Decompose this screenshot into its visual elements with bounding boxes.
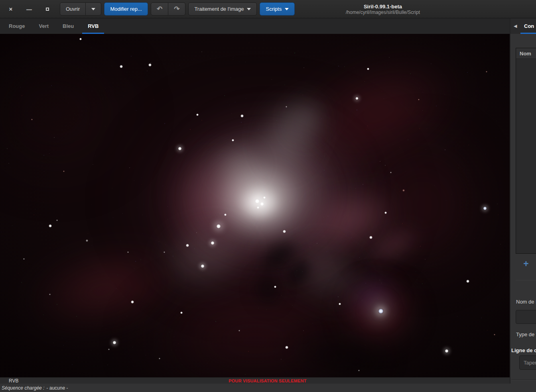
image-processing-menu-button[interactable]: Traitement de l'image — [188, 2, 257, 16]
panel-tabbar: ◀ Con — [510, 18, 536, 34]
file-list-header-nom[interactable]: Nom — [516, 48, 536, 59]
command-line-label: Ligne de c — [511, 347, 536, 353]
star — [339, 303, 341, 305]
sequence-loaded-value: - aucune - — [46, 385, 68, 391]
filetype-label: Type de fi — [516, 331, 536, 337]
star — [255, 199, 260, 204]
collapse-panel-icon[interactable]: ◀ — [514, 24, 519, 29]
chevron-down-icon — [285, 8, 289, 10]
sequence-name-label: Nom de la — [516, 299, 536, 305]
star — [238, 330, 240, 331]
star — [211, 241, 215, 245]
headerbar: × — Ouvrir Modifier rep... ↶ ↷ Traitemen… — [0, 0, 536, 18]
tab-rvb[interactable]: RVB — [82, 18, 104, 34]
star — [232, 139, 234, 141]
star — [283, 230, 286, 233]
command-line-input[interactable] — [519, 355, 536, 370]
scripts-label: Scripts — [266, 6, 282, 12]
star — [384, 212, 387, 214]
star — [286, 106, 287, 108]
working-directory-path: /home/cyril/Images/siril/Bulle/Script — [346, 10, 420, 15]
star — [494, 334, 495, 335]
panel-groove-line — [511, 380, 536, 380]
image-processing-label: Traitement de l'image — [194, 6, 244, 12]
tab-vert[interactable]: Vert — [33, 18, 54, 34]
star — [257, 206, 259, 209]
tab-bleu[interactable]: Bleu — [57, 18, 79, 34]
undo-redo-group: ↶ ↷ — [151, 2, 186, 16]
star — [164, 251, 165, 253]
star — [131, 300, 134, 304]
star — [390, 172, 392, 173]
star — [418, 99, 420, 100]
star — [263, 196, 266, 199]
panel-tab-convert[interactable]: Con — [524, 23, 534, 29]
vignette-overlay — [0, 34, 510, 377]
star — [486, 71, 487, 73]
star — [120, 65, 123, 68]
open-button[interactable]: Ouvrir — [60, 2, 86, 16]
change-directory-button[interactable]: Modifier rep... — [104, 2, 148, 16]
open-button-group: Ouvrir — [60, 2, 101, 16]
visualisation-warning: POUR VISUALISATION SEULEMENT — [0, 378, 510, 383]
star — [260, 202, 264, 206]
star — [355, 97, 359, 100]
star — [79, 38, 82, 40]
panel-tab-underline — [520, 33, 536, 34]
star — [31, 119, 33, 120]
status-bar: Séquence chargée : - aucune - — [0, 384, 536, 392]
sequence-name-input[interactable] — [516, 310, 536, 324]
star — [186, 244, 189, 247]
undo-button[interactable]: ↶ — [151, 2, 168, 16]
chevron-down-icon — [247, 8, 251, 10]
star — [49, 294, 51, 295]
star — [112, 341, 116, 345]
tab-rouge[interactable]: Rouge — [3, 18, 30, 34]
channel-tabbar: Rouge Vert Bleu RVB — [0, 18, 510, 34]
window-controls: × — — [4, 6, 51, 13]
star — [445, 349, 449, 353]
close-window-icon[interactable]: × — [7, 6, 14, 13]
star — [466, 280, 469, 283]
siril-window: × — Ouvrir Modifier rep... ↶ ↷ Traitemen… — [0, 0, 536, 392]
add-files-button[interactable]: + — [522, 259, 530, 269]
star — [180, 312, 183, 314]
star — [369, 236, 372, 239]
star — [274, 286, 276, 288]
star — [108, 349, 110, 350]
side-panel: ◀ Con Nom + Nom de la Type de fi Ligne d… — [510, 18, 536, 384]
star — [127, 251, 129, 253]
star — [159, 358, 160, 359]
maximize-window-icon[interactable] — [44, 6, 51, 13]
star — [285, 346, 288, 349]
maximize-square-icon — [46, 8, 49, 11]
star — [178, 147, 182, 151]
redo-button[interactable]: ↷ — [168, 2, 185, 16]
star — [378, 308, 384, 314]
star — [196, 114, 199, 116]
star — [201, 264, 205, 268]
title-area: Siril-0.99.1-beta /home/cyril/Images/sir… — [308, 0, 458, 18]
image-pane: Rouge Vert Bleu RVB RVB POUR VISUALISATI… — [0, 18, 510, 384]
star — [224, 214, 227, 216]
star — [86, 239, 88, 242]
nebula-image-canvas[interactable] — [0, 34, 510, 377]
main-area: Rouge Vert Bleu RVB RVB POUR VISUALISATI… — [0, 18, 536, 384]
open-dropdown-button[interactable] — [86, 2, 101, 16]
star — [358, 370, 360, 371]
minimize-window-icon[interactable]: — — [26, 6, 33, 13]
sequence-loaded-label: Séquence chargée : — [2, 385, 44, 391]
star — [483, 206, 487, 210]
star — [216, 224, 221, 229]
window-title: Siril-0.99.1-beta — [364, 4, 402, 10]
star — [63, 171, 65, 172]
view-status-bar: RVB POUR VISUALISATION SEULEMENT — [0, 377, 510, 384]
undo-icon: ↶ — [157, 5, 162, 13]
file-list[interactable]: Nom — [516, 48, 536, 254]
star — [148, 63, 152, 67]
scripts-menu-button[interactable]: Scripts — [260, 2, 295, 16]
star — [240, 114, 244, 118]
star — [56, 220, 58, 221]
view-mode-label: RVB — [9, 378, 18, 384]
star — [23, 258, 25, 260]
